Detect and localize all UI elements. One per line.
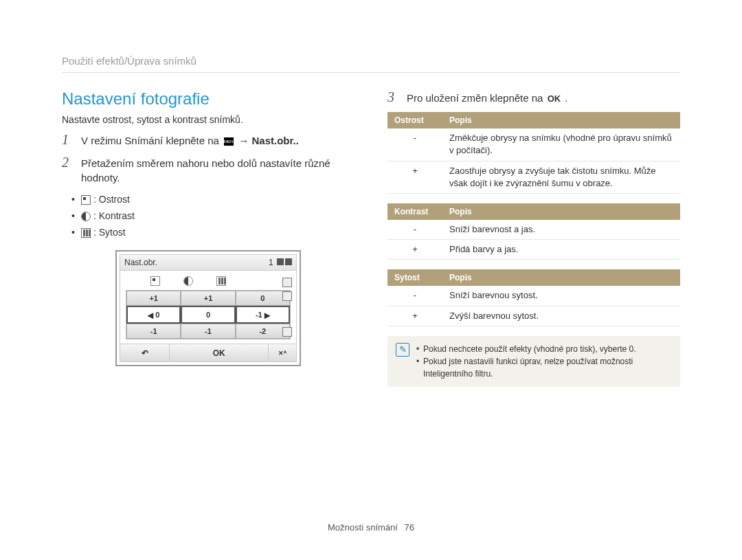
cell-key: +: [387, 306, 442, 326]
cell-desc: Přidá barvy a jas.: [442, 240, 680, 260]
note-item: Pokud nechcete použít efekty (vhodné pro…: [416, 343, 672, 355]
th-popis: Popis: [442, 269, 680, 286]
screen-icon: [282, 278, 292, 287]
option-saturation: : Sytost: [81, 225, 355, 241]
note-item: Pokud jste nastavili funkci úprav, nelze…: [416, 355, 672, 380]
step-text: Přetažením směrem nahoru nebo dolů nasta…: [81, 155, 355, 185]
cell-key: +: [387, 161, 442, 193]
step-3: 3 Pro uložení změn klepněte na OK .: [387, 89, 680, 105]
step-number: 3: [387, 89, 400, 105]
cell-key: -: [387, 128, 442, 161]
adjust-cell-selected[interactable]: ◂ 0: [126, 306, 181, 324]
step-1: 1 V režimu Snímání klepněte na MENU → Na…: [62, 132, 355, 148]
menu-icon: MENU: [224, 137, 234, 146]
footer-section: Možnosti snímání: [328, 522, 398, 533]
cell-desc: Sníží barevnost a jas.: [442, 220, 680, 240]
step-2: 2 Přetažením směrem nahoru nebo dolů nas…: [62, 155, 355, 185]
page-number: 76: [405, 522, 414, 533]
contrast-icon: [183, 276, 193, 286]
battery-indicator: 1: [267, 258, 292, 267]
back-button[interactable]: ↶: [120, 344, 170, 361]
adjust-cell[interactable]: +1: [181, 291, 235, 306]
table-sytost: SytostPopis -Sníží barevnou sytost. +Zvý…: [387, 269, 680, 326]
step-number: 1: [62, 132, 74, 148]
cell-key: +: [387, 240, 442, 260]
th-kontrast: Kontrast: [387, 203, 442, 220]
th-ostrost: Ostrost: [387, 112, 442, 128]
cell-desc: Zvýší barevnou sytost.: [442, 306, 680, 326]
adjust-cell-selected[interactable]: 0: [181, 306, 235, 324]
page-footer: Možnosti snímání 76: [0, 522, 742, 533]
th-popis: Popis: [442, 112, 680, 128]
screen-icon: [282, 327, 292, 337]
adjust-cell[interactable]: -1: [126, 324, 181, 339]
saturation-icon: [81, 228, 91, 238]
step-text: Pro uložení změn klepněte na OK .: [407, 89, 567, 105]
step-text: V režimu Snímání klepněte na MENU → Nast…: [81, 132, 299, 148]
camera-screen-mock: Nast.obr. 1: [115, 250, 301, 366]
note-box: ✎ Pokud nechcete použít efekty (vhodné p…: [387, 336, 680, 387]
screen-icon: [282, 291, 292, 301]
cell-key: -: [387, 286, 442, 306]
cell-desc: Zaostřuje obrysy a zvyšuje tak čistotu s…: [442, 161, 680, 193]
nast-obr-label: Nast.obr..: [251, 135, 298, 146]
th-sytost: Sytost: [387, 269, 442, 286]
table-ostrost: OstrostPopis -Změkčuje obrysy na snímku …: [387, 112, 680, 194]
note-icon: ✎: [396, 343, 409, 357]
screen-title: Nast.obr.: [124, 258, 157, 267]
adjust-cell[interactable]: -1: [181, 324, 235, 339]
contrast-icon: [81, 212, 91, 221]
section-title: Nastavení fotografie: [62, 89, 355, 109]
sharpness-icon: [81, 195, 91, 205]
cell-key: -: [387, 220, 442, 240]
ok-button[interactable]: OK: [170, 344, 269, 361]
option-contrast: : Kontrast: [81, 208, 355, 225]
option-list: : Ostrost : Kontrast : Sytost: [81, 192, 355, 240]
adjust-cell[interactable]: +1: [126, 291, 181, 306]
th-popis: Popis: [442, 203, 680, 220]
breadcrumb: Použití efektů/Úprava snímků: [62, 55, 680, 73]
sharpness-icon: [150, 276, 160, 286]
option-sharpness: : Ostrost: [81, 192, 355, 208]
ok-label: OK: [548, 93, 561, 105]
flash-indicator: ✕ᴬ: [269, 344, 296, 361]
cell-desc: Změkčuje obrysy na snímku (vhodné pro úp…: [442, 128, 680, 161]
cell-desc: Sníží barevnou sytost.: [442, 286, 680, 306]
section-intro: Nastavte ostrost, sytost a kontrast sním…: [62, 114, 355, 125]
table-kontrast: KontrastPopis -Sníží barevnost a jas. +P…: [387, 203, 680, 260]
saturation-icon: [216, 276, 226, 286]
step-number: 2: [62, 155, 74, 185]
screen-side-icons: [282, 278, 292, 337]
